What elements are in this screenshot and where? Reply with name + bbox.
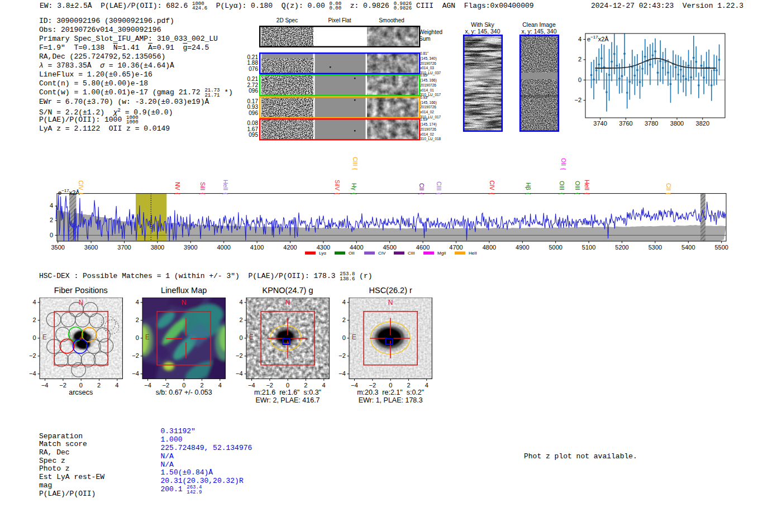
svg-text:E: E [42, 333, 47, 341]
svg-text:E: E [145, 333, 150, 341]
svg-text:N: N [78, 299, 83, 306]
svg-text:N: N [388, 299, 393, 306]
svg-text:N: N [182, 299, 187, 306]
svg-text:N: N [285, 299, 290, 306]
svg-text:E: E [249, 333, 254, 341]
svg-text:E: E [352, 333, 356, 341]
